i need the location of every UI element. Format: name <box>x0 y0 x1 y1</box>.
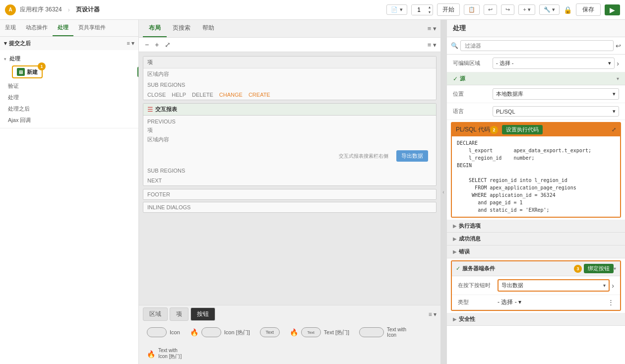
top-bar: A 应用程序 36324 › 页设计器 📄 ▾ ▲ ▼ 开始 📋 ↩ ↪ + ▾… <box>0 0 625 20</box>
bottom-tab-buttons[interactable]: 按钮 <box>190 307 215 321</box>
center-tab-help[interactable]: 帮助 <box>196 20 220 37</box>
success-msg-header[interactable]: ▶ 成功消息 <box>447 233 625 245</box>
tab-display[interactable]: 呈现 <box>0 20 21 36</box>
left-item-ajax[interactable]: Ajax 回调 <box>0 115 138 126</box>
position-row: 位置 本地数据库 ▾ <box>447 85 625 103</box>
error-header[interactable]: ▶ 错误 <box>447 245 625 258</box>
it-row-items: 项 <box>147 125 432 135</box>
right-filter: 🔍 ↩ <box>447 37 625 55</box>
run-btn[interactable]: ▶ <box>605 4 620 15</box>
zoom-out-btn[interactable]: − <box>143 40 151 50</box>
undo-btn[interactable]: ↩ <box>484 4 497 15</box>
position-select[interactable]: 本地数据库 ▾ <box>493 88 619 100</box>
page-number-input[interactable] <box>412 5 427 15</box>
toolbar-menu[interactable]: ≡ ▾ <box>428 41 437 49</box>
app-title: 应用程序 36324 <box>20 5 62 14</box>
top-region-actions: CLOSE HELP DELETE CHANGE CREATE <box>143 90 436 100</box>
sc-expand-icon: ▾ <box>614 266 616 271</box>
plsql-label: PL/SQL 代码 <box>456 125 490 134</box>
page-designer-title: 页设计器 <box>76 5 100 14</box>
security-expand-icon: ▶ <box>453 316 457 322</box>
filter-go-btn[interactable]: ↩ <box>616 42 621 50</box>
type-extra-btn[interactable]: ⋮ <box>608 299 614 306</box>
processing-collapse[interactable]: ▾ <box>4 57 6 61</box>
bottom-tab-menu[interactable]: ≡ ▾ <box>429 311 437 318</box>
tab-processing[interactable]: 处理 <box>53 20 73 36</box>
left-item-processing[interactable]: 处理 <box>0 92 138 103</box>
type-select[interactable]: - 选择 - ▾ <box>498 298 606 306</box>
page-number-spinners: ▲ ▼ <box>427 5 433 15</box>
new-btn-container: ⊞ 新建 1 新建处理逻辑 <box>4 65 134 78</box>
expand-btn[interactable]: ⤢ <box>163 40 173 50</box>
action-delete[interactable]: DELETE <box>192 92 213 98</box>
btn-text-option: Text <box>260 327 280 338</box>
left-item-after-processing[interactable]: 处理之后 <box>0 103 138 115</box>
position-label: 位置 <box>453 90 493 98</box>
new-btn-label: 新建 <box>27 68 38 76</box>
center-content: 项 区域内容 SUB REGIONS CLOSE HELP DELETE CHA… <box>139 52 440 305</box>
zoom-in-btn[interactable]: + <box>153 40 161 50</box>
action-help[interactable]: HELP <box>172 92 186 98</box>
bottom-tab-regions[interactable]: 区域 <box>143 307 168 321</box>
plsql-expand-icon[interactable]: ⤢ <box>612 126 616 133</box>
it-actions: SUB REGIONS <box>143 166 436 176</box>
it-right-area: 交互式报表搜索栏右侧 导出数据 <box>143 146 436 166</box>
tab-page-shared[interactable]: 页共享组件 <box>73 20 111 36</box>
export-data-btn[interactable]: 导出数据 <box>396 150 428 162</box>
btn-text-icon-hot-option: 🔥 Text withIcon [热门] <box>147 348 182 360</box>
sc-header[interactable]: ✓ 服务器端条件 3 绑定按钮 ▾ <box>452 261 620 276</box>
action-close[interactable]: CLOSE <box>147 92 166 98</box>
left-item-validation[interactable]: 验证 <box>0 80 138 92</box>
search-icon: 🔍 <box>451 42 458 49</box>
save-btn[interactable]: 保存 <box>576 3 601 16</box>
sc-check-icon: ✓ <box>456 265 460 272</box>
top-region: 项 区域内容 SUB REGIONS CLOSE HELP DELETE CHA… <box>143 56 437 100</box>
editable-region-select[interactable]: - 选择 - ▾ <box>493 58 615 69</box>
source-section-header[interactable]: ✓ 源 ▾ <box>447 72 625 85</box>
center-tab-search[interactable]: 页搜索 <box>167 20 196 37</box>
security-header[interactable]: ▶ 安全性 <box>447 313 625 326</box>
filter-input[interactable] <box>460 40 614 51</box>
language-select[interactable]: PL/SQL ▾ <box>493 106 619 117</box>
execution-options-label: 执行选项 <box>459 222 619 230</box>
processing-label: 处理 <box>9 55 20 62</box>
plsql-section: PL/SQL 代码 2 设置执行代码 ⤢ DECLARE l_export ap… <box>451 122 621 218</box>
page-down-btn[interactable]: ▼ <box>427 10 433 15</box>
lock-icon[interactable]: 🔒 <box>563 6 572 14</box>
section-menu-icon[interactable]: ≡ ▾ <box>127 40 134 47</box>
redo-btn[interactable]: ↪ <box>501 4 514 15</box>
center-menu-icon[interactable]: ≡ ▾ <box>428 25 437 32</box>
on-btn-press-dropdown[interactable]: 导出数据 ▾ <box>498 279 610 292</box>
new-processing-tooltip: 新建处理逻辑 <box>137 67 138 77</box>
page-up-btn[interactable]: ▲ <box>427 5 433 10</box>
new-processing-btn[interactable]: ⊞ 新建 1 <box>12 65 43 78</box>
editable-region-nav[interactable]: › <box>617 60 619 67</box>
action-create[interactable]: CREATE <box>249 92 270 98</box>
add-btn[interactable]: + ▾ <box>518 4 535 15</box>
on-btn-press-row: 在按下按钮时 导出数据 ▾ › <box>452 276 620 295</box>
language-arrow: ▾ <box>613 108 616 115</box>
bottom-tab-items[interactable]: 项 <box>170 307 188 321</box>
center-tab-layout[interactable]: 布局 <box>143 20 167 37</box>
action-change[interactable]: CHANGE <box>219 92 243 98</box>
source-section-label: 源 <box>460 75 617 82</box>
it-next: NEXT <box>143 176 436 185</box>
editable-region-row: 可编辑区域 - 选择 - ▾ › <box>447 55 625 72</box>
plsql-code-editor[interactable]: DECLARE l_export apex_data_export.t_expo… <box>452 136 620 217</box>
position-arrow: ▾ <box>613 91 616 97</box>
start-btn[interactable]: 开始 <box>437 3 460 16</box>
copy-btn[interactable]: 📋 <box>464 4 480 15</box>
after-submit-content: ▾ 处理 ⊞ 新建 1 新建处理逻辑 验证 处理 <box>0 50 138 128</box>
it-right-info: 交互式报表搜索栏右侧 <box>339 153 388 160</box>
after-submit-header[interactable]: ▾ 提交之后 ≡ ▾ <box>0 37 138 50</box>
collapse-handle[interactable]: ‹ <box>440 20 446 364</box>
tools-btn[interactable]: 🔧 ▾ <box>539 4 560 15</box>
plsql-setup-tooltip: 设置执行代码 <box>502 125 543 134</box>
page-selector-btn[interactable]: 📄 ▾ <box>386 4 407 15</box>
source-check-icon: ✓ <box>453 75 458 82</box>
btn-icon-hot-option: 🔥 Icon [热门] <box>190 327 250 338</box>
tab-dynamic-actions[interactable]: 动态操作 <box>21 20 53 36</box>
sc-nav-btn[interactable]: › <box>612 282 614 290</box>
fire-icon-3: 🔥 <box>147 350 155 358</box>
execution-options-header[interactable]: ▶ 执行选项 <box>447 220 625 233</box>
